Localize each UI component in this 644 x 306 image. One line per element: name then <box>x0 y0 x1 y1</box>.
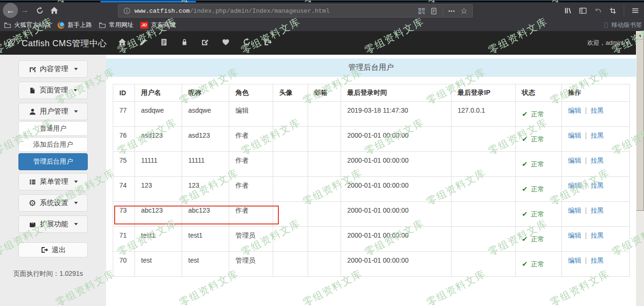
toolbar-divider <box>624 6 624 16</box>
sidebar-item-menu-mgmt[interactable]: 菜单管理 <box>18 173 88 190</box>
url-domain: www.catfish.com <box>134 8 190 15</box>
sidebar-item-user-mgmt[interactable]: 用户管理 <box>18 103 88 120</box>
cell-email <box>308 227 341 252</box>
nav-refresh-icon[interactable] <box>243 38 251 48</box>
bookmark-firefox-official[interactable]: 火狐官方站点 <box>4 21 51 29</box>
cms-header: Catfish CMS管理中心 欢迎，admin <box>0 31 636 55</box>
cms-title[interactable]: Catfish CMS管理中心 <box>22 38 107 49</box>
welcome-text: 欢迎，admin <box>587 39 622 47</box>
mobile-bookmarks-label: 移动版书签 <box>611 21 642 29</box>
url-bar[interactable]: www.catfish.com/index.php/admin/Index/ma… <box>118 4 473 17</box>
cell-role: 管理员 <box>229 227 273 252</box>
action-separator: | <box>585 107 587 114</box>
edit-user-link[interactable]: 编辑 <box>568 132 581 139</box>
cell-role: 编辑 <box>229 102 273 127</box>
user-icon <box>29 108 36 116</box>
table-row-user-70: 70testtest管理员2000-01-01 00:00:00✔正常编辑|拉黑 <box>113 252 630 277</box>
edit-user-link[interactable]: 编辑 <box>568 107 581 114</box>
cell-last_login: 2000-01-01 00:00:00 <box>341 202 452 227</box>
edit-user-link[interactable]: 编辑 <box>568 182 581 189</box>
bookmarks-bar: 火狐官方站点 新手上路 常用网址 JD 京东商城 移动版书签 <box>0 19 644 31</box>
forward-button[interactable]: → <box>21 6 29 15</box>
bookmark-jd-mall[interactable]: JD 京东商城 <box>140 21 176 29</box>
col-id: ID <box>113 84 135 102</box>
table-row-user-77: 77asdqweasdqwe编辑2019-03-18 11:47:30127.0… <box>113 102 630 127</box>
reader-mode-icon[interactable] <box>430 8 437 15</box>
cell-role: 作者 <box>229 152 273 177</box>
cell-last_ip <box>452 202 516 227</box>
cell-avatar <box>273 227 308 252</box>
url-text[interactable]: www.catfish.com/index.php/admin/Index/ma… <box>134 8 329 15</box>
site-info-icon[interactable] <box>123 7 131 15</box>
cell-last_ip <box>452 127 516 152</box>
block-user-link[interactable]: 拉黑 <box>591 132 604 139</box>
block-user-link[interactable]: 拉黑 <box>591 182 604 189</box>
edit-user-link[interactable]: 编辑 <box>568 232 581 239</box>
sidebars-button[interactable] <box>579 7 587 15</box>
archive-box-icon <box>29 221 36 228</box>
cell-actions: 编辑|拉黑 <box>562 177 630 202</box>
check-icon: ✔ <box>522 160 528 168</box>
page-scrollbar[interactable]: ▲ <box>636 31 644 306</box>
nav-home-icon[interactable] <box>118 38 126 48</box>
scrollbar-thumb[interactable] <box>636 40 644 211</box>
nav-logout-icon[interactable] <box>264 38 272 48</box>
cell-id: 76 <box>113 127 135 152</box>
nav-pencil-icon[interactable] <box>139 38 147 48</box>
sidebar-item-page-mgmt[interactable]: 页面管理 <box>18 82 88 99</box>
cell-status: ✔正常 <box>516 252 562 277</box>
block-user-link[interactable]: 拉黑 <box>591 157 604 164</box>
block-user-link[interactable]: 拉黑 <box>591 256 604 264</box>
status-text: 正常 <box>531 210 544 218</box>
home-button[interactable] <box>50 6 59 15</box>
block-user-link[interactable]: 拉黑 <box>591 232 604 239</box>
sidebar-item-manage-admin-users[interactable]: 管理后台用户 <box>18 153 88 170</box>
library-button[interactable] <box>564 7 572 15</box>
mobile-bookmarks-folder[interactable]: 移动版书签 <box>603 21 642 29</box>
bookmark-common-sites[interactable]: 常用网址 <box>99 21 134 29</box>
admin-users-table: ID 用户名 昵称 角色 头像 邮箱 最后登录时间 最后登录IP 状态 操作 7… <box>113 84 630 277</box>
sidebar-item-extensions[interactable]: 扩展功能 <box>18 215 88 233</box>
gear-icon: ⚙ <box>28 199 36 207</box>
qr-code-icon[interactable] <box>418 8 425 15</box>
edit-user-link[interactable]: 编辑 <box>568 157 581 164</box>
sidebar-item-label: 系统设置 <box>40 198 68 207</box>
edit-user-link[interactable]: 编辑 <box>568 207 581 214</box>
sidebar-item-content-mgmt[interactable]: 内容管理 <box>18 60 88 78</box>
cell-status: ✔正常 <box>516 227 562 252</box>
bookmark-star-icon[interactable]: ☆ <box>460 7 468 15</box>
table-row-user-76: 76asd123asd123作者2000-01-01 00:00:00✔正常编辑… <box>113 127 630 152</box>
sidebar-item-system-settings[interactable]: ⚙ 系统设置 <box>18 194 88 212</box>
sidebars-icon <box>579 7 587 15</box>
scroll-up-button[interactable]: ▲ <box>636 32 644 40</box>
edit-user-link[interactable]: 编辑 <box>568 256 581 264</box>
welcome-user-menu[interactable]: 欢迎，admin <box>587 31 629 55</box>
menu-button[interactable] <box>631 7 639 15</box>
table-row-user-75: 751111111111作者2000-01-01 00:00:00✔正常编辑|拉… <box>113 152 630 177</box>
list-icon <box>29 178 36 186</box>
sidebar-item-label: 普通用户 <box>40 124 67 133</box>
nav-lock-icon[interactable] <box>181 38 188 48</box>
back-button[interactable]: ← <box>3 3 18 18</box>
block-user-link[interactable]: 拉黑 <box>591 107 604 114</box>
cell-id: 77 <box>113 102 135 127</box>
reload-button[interactable] <box>36 7 44 15</box>
cell-email <box>308 252 341 277</box>
bookmark-label: 新手上路 <box>67 21 92 29</box>
logout-button[interactable]: 退出 <box>18 242 88 257</box>
bookmark-getting-started[interactable]: 新手上路 <box>58 21 92 29</box>
screenshot-button[interactable] <box>609 7 617 15</box>
block-user-link[interactable]: 拉黑 <box>591 207 604 214</box>
nav-compose-icon[interactable] <box>201 38 209 48</box>
undo-restore-button[interactable] <box>594 7 602 15</box>
status-text: 正常 <box>531 110 544 118</box>
action-separator: | <box>585 157 587 164</box>
sidebar-item-normal-users[interactable]: 普通用户 <box>18 121 88 136</box>
nav-heart-icon[interactable] <box>222 38 230 48</box>
page-actions-icon[interactable]: ••• <box>448 8 455 14</box>
edit-square-icon <box>29 66 36 73</box>
sidebar-item-add-admin-user[interactable]: 添加后台用户 <box>18 137 88 152</box>
cell-nickname: 11111 <box>182 152 229 177</box>
nav-article-icon[interactable] <box>160 38 168 48</box>
catfish-logo-icon[interactable] <box>6 37 17 50</box>
